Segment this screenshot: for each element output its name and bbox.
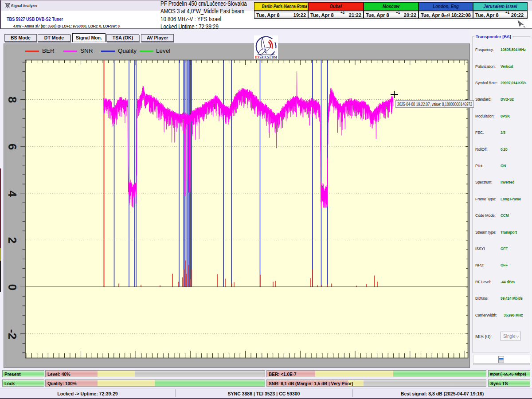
svg-text:DXSATCS.COM: DXSATCS.COM (255, 55, 277, 59)
svg-text:0: 0 (6, 284, 19, 290)
svg-text:6: 6 (6, 144, 19, 150)
svg-text:4: 4 (6, 191, 19, 197)
svg-text:2: 2 (6, 237, 19, 243)
svg-text:-2: -2 (6, 329, 19, 339)
svg-text:8: 8 (6, 97, 19, 103)
